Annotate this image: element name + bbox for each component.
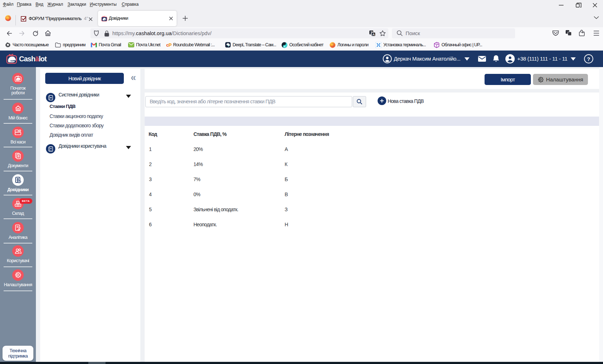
svg-text:?: ?: [587, 56, 590, 62]
svg-text:A: A: [373, 33, 375, 36]
svg-text:A: A: [569, 32, 571, 36]
